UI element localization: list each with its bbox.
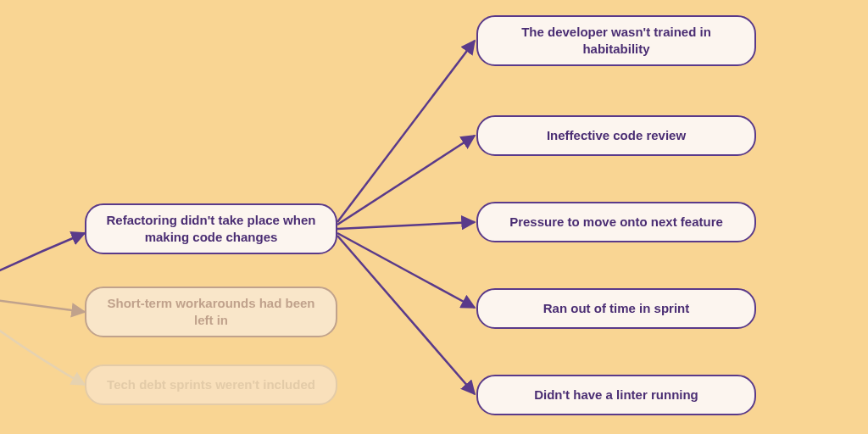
diagram-canvas: Refactoring didn't take place when makin… xyxy=(0,0,868,434)
node-right-1: Ineffective code review xyxy=(476,115,756,156)
edge-in-faded2 xyxy=(0,319,85,385)
edge-to-r1 xyxy=(337,136,475,225)
node-label: Ran out of time in sprint xyxy=(543,300,690,317)
node-right-2: Pressure to move onto next feature xyxy=(476,202,756,242)
node-left-faded2: Tech debt sprints weren't included xyxy=(85,364,337,405)
node-label: Tech debt sprints weren't included xyxy=(107,376,315,393)
node-left-main: Refactoring didn't take place when makin… xyxy=(85,203,337,254)
node-right-3: Ran out of time in sprint xyxy=(476,288,756,329)
edge-to-r4 xyxy=(337,236,475,394)
edge-in-main xyxy=(0,233,85,278)
edge-to-r0 xyxy=(337,41,475,222)
edge-to-r3 xyxy=(337,233,475,308)
edge-to-r2 xyxy=(337,222,475,229)
node-label: Didn't have a linter running xyxy=(534,387,698,403)
node-right-0: The developer wasn't trained in habitabi… xyxy=(476,15,756,66)
node-label: Short-term workarounds had been left in xyxy=(105,295,317,330)
node-right-4: Didn't have a linter running xyxy=(476,375,756,415)
node-label: Pressure to move onto next feature xyxy=(509,214,723,231)
node-label: Refactoring didn't take place when makin… xyxy=(105,212,317,247)
edge-in-faded1 xyxy=(0,298,85,312)
node-label: Ineffective code review xyxy=(547,127,686,144)
node-left-faded1: Short-term workarounds had been left in xyxy=(85,287,337,337)
node-label: The developer wasn't trained in habitabi… xyxy=(497,24,736,58)
